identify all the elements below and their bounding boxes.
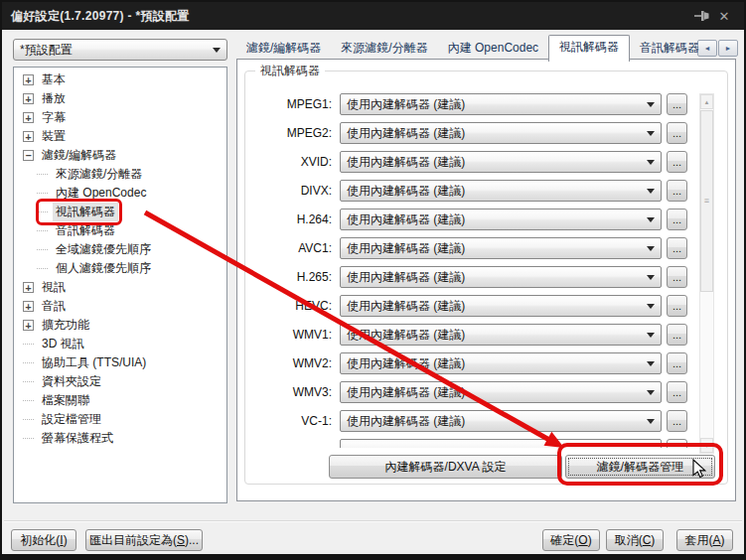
expand-icon[interactable]: [23, 131, 34, 142]
codec-label: MPEG2:: [245, 126, 340, 140]
decoder-select[interactable]: 使用內建解碼器 (建議): [340, 209, 662, 230]
tree-item-label: 字幕: [39, 108, 69, 127]
tree-item[interactable]: 協助工具 (TTS/UIA): [14, 353, 226, 372]
expand-icon[interactable]: [23, 381, 34, 382]
codec-row: MPEG2: 使用內建解碼器 (建議) ...: [245, 122, 727, 144]
tab[interactable]: 濾鏡/編解碼器: [236, 37, 331, 61]
more-options-button[interactable]: ...: [667, 93, 687, 115]
scroll-up-icon[interactable]: ▲: [700, 94, 713, 109]
tree-item[interactable]: 螢幕保護程式: [14, 429, 226, 448]
decoder-select[interactable]: [340, 439, 662, 448]
more-options-button[interactable]: ...: [667, 352, 687, 374]
expand-icon[interactable]: [23, 344, 34, 345]
tree-item[interactable]: 設定檔管理: [14, 410, 226, 429]
codec-rows: MPEG1: 使用內建解碼器 (建議) ... MPEG2: 使用內建解碼器 (…: [245, 93, 727, 439]
decoder-value: 使用內建解碼器 (建議): [347, 298, 465, 315]
tree-item[interactable]: 基本: [14, 70, 226, 89]
decoder-select[interactable]: 使用內建解碼器 (建議): [340, 352, 662, 374]
dropdown-arrow-icon: [647, 189, 655, 194]
tree-item[interactable]: 全域濾鏡優先順序: [14, 240, 226, 259]
expand-icon[interactable]: [23, 320, 34, 331]
filter-decoder-manager-button[interactable]: 濾鏡/解碼器管理: [565, 455, 715, 479]
tab-right-icon: ►: [725, 45, 732, 52]
dropdown-arrow-icon: [647, 419, 655, 424]
tree-item[interactable]: 檔案關聯: [14, 391, 226, 410]
tree-item[interactable]: 濾鏡/編解碼器: [14, 146, 226, 165]
decoder-select[interactable]: 使用內建解碼器 (建議): [340, 266, 662, 288]
more-options-button[interactable]: ...: [667, 266, 687, 288]
more-options-button[interactable]: ...: [667, 209, 687, 230]
expand-icon[interactable]: [23, 150, 34, 161]
expand-icon[interactable]: [23, 93, 34, 104]
tree-item[interactable]: 音訊: [14, 297, 226, 316]
close-icon[interactable]: ✕: [713, 7, 735, 25]
expand-icon[interactable]: [23, 112, 34, 123]
codec-list-scrollbar[interactable]: ▲ ≡ ▼: [699, 93, 714, 454]
cancel-button[interactable]: 取消(C): [606, 529, 664, 551]
expand-icon[interactable]: [23, 438, 34, 439]
tree-item[interactable]: 視訊解碼器: [14, 203, 226, 221]
decoder-select[interactable]: 使用內建解碼器 (建議): [340, 324, 662, 346]
tree-item[interactable]: 資料夾設定: [14, 372, 226, 391]
profile-select[interactable]: *預設配置: [13, 39, 227, 61]
more-options-button[interactable]: ...: [667, 410, 687, 432]
decoder-select[interactable]: 使用內建解碼器 (建議): [340, 151, 662, 173]
decoder-select[interactable]: 使用內建解碼器 (建議): [340, 93, 662, 115]
expand-icon[interactable]: [37, 230, 48, 231]
ok-button[interactable]: 確定(O): [542, 529, 600, 551]
tab[interactable]: 音訊解碼器: [630, 37, 709, 61]
codec-row: XVID: 使用內建解碼器 (建議) ...: [245, 151, 727, 173]
more-options-button[interactable]: ...: [667, 122, 687, 144]
expand-icon[interactable]: [37, 249, 48, 250]
more-options-button[interactable]: ...: [667, 381, 687, 403]
apply-button[interactable]: 套用(A): [676, 529, 733, 551]
more-options-button[interactable]: ...: [667, 324, 687, 346]
expand-icon[interactable]: [37, 174, 48, 175]
tree-item[interactable]: 播放: [14, 89, 226, 108]
codec-row: WMV2: 使用內建解碼器 (建議) ...: [245, 352, 727, 374]
more-options-button[interactable]: ...: [667, 295, 687, 317]
group-title: 視訊解碼器: [255, 63, 325, 79]
tree-item[interactable]: 內建 OpenCodec: [14, 184, 226, 203]
tree-item[interactable]: 裝置: [14, 127, 226, 146]
expand-icon[interactable]: [37, 211, 48, 212]
decoder-select[interactable]: 使用內建解碼器 (建議): [340, 410, 662, 432]
tree-item-label: 螢幕保護程式: [39, 429, 116, 448]
tree-item[interactable]: 視訊: [14, 278, 226, 297]
decoder-select[interactable]: 使用內建解碼器 (建議): [340, 122, 662, 144]
expand-icon[interactable]: [23, 301, 34, 312]
tab[interactable]: 視訊解碼器: [548, 35, 630, 62]
tab[interactable]: 來源濾鏡/分離器: [331, 37, 437, 61]
tree-item[interactable]: 個人濾鏡優先順序: [14, 259, 226, 278]
initialize-button[interactable]: 初始化(I): [11, 529, 76, 551]
expand-icon[interactable]: [23, 282, 34, 293]
expand-icon[interactable]: [37, 193, 48, 194]
tree-item[interactable]: 3D 視訊: [14, 335, 226, 353]
pin-icon[interactable]: [691, 7, 713, 25]
tree-item[interactable]: 音訊解碼器: [14, 221, 226, 240]
decoder-select[interactable]: 使用內建解碼器 (建議): [340, 295, 662, 317]
tab[interactable]: 內建 OpenCodec: [438, 37, 548, 61]
scrollbar-thumb[interactable]: ≡: [700, 110, 713, 292]
more-options-button[interactable]: [667, 439, 687, 448]
tree-item[interactable]: 字幕: [14, 108, 226, 127]
tree-item[interactable]: 擴充功能: [14, 316, 226, 335]
expand-icon[interactable]: [23, 74, 34, 85]
scroll-down-icon[interactable]: ▼: [700, 438, 713, 453]
decoder-select[interactable]: 使用內建解碼器 (建議): [340, 180, 662, 202]
expand-icon[interactable]: [23, 400, 34, 401]
export-settings-button[interactable]: 匯出目前設定為(S)...: [85, 529, 203, 551]
more-options-button[interactable]: ...: [667, 151, 687, 173]
more-options-button[interactable]: ...: [667, 237, 687, 259]
codec-row: VC-1: 使用內建解碼器 (建議) ...: [245, 410, 727, 432]
expand-icon[interactable]: [37, 268, 48, 269]
decoder-select[interactable]: 使用內建解碼器 (建議): [340, 381, 662, 403]
builtin-decoder-dxva-button[interactable]: 內建解碼器/DXVA 設定: [329, 455, 562, 479]
expand-icon[interactable]: [23, 419, 34, 420]
expand-icon[interactable]: [23, 362, 34, 363]
tree-item[interactable]: 來源濾鏡/分離器: [14, 165, 226, 184]
more-options-button[interactable]: ...: [667, 180, 687, 202]
tab-scroll-right-button[interactable]: ►: [718, 40, 738, 57]
decoder-select[interactable]: 使用內建解碼器 (建議): [340, 237, 662, 259]
codec-row: H.264: 使用內建解碼器 (建議) ...: [245, 209, 727, 230]
